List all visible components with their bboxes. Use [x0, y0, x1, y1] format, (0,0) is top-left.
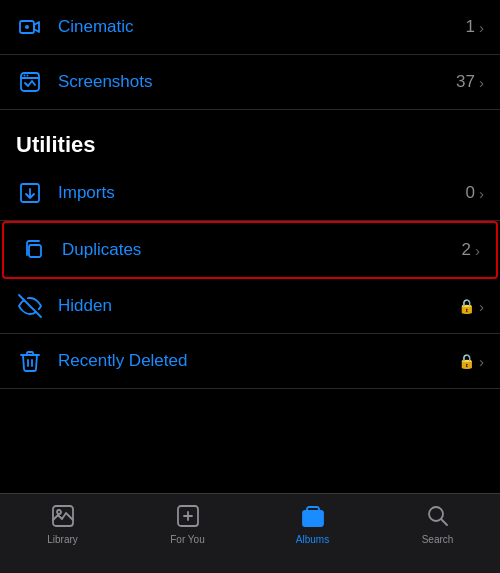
- list-item-imports[interactable]: Imports 0 ›: [0, 166, 500, 221]
- search-tab-icon: [424, 502, 452, 530]
- screenshots-chevron: ›: [479, 74, 484, 91]
- main-content: Cinematic 1 › Screenshots 37 › Utilities: [0, 0, 500, 493]
- svg-point-11: [186, 515, 189, 518]
- list-item-cinematic[interactable]: Cinematic 1 ›: [0, 0, 500, 55]
- screenshots-icon: [16, 68, 44, 96]
- tab-search[interactable]: Search: [375, 502, 500, 545]
- cinematic-icon: [16, 13, 44, 41]
- recently-deleted-chevron: ›: [479, 353, 484, 370]
- library-tab-icon: [49, 502, 77, 530]
- screenshots-label: Screenshots: [58, 72, 456, 92]
- trash-icon: [16, 347, 44, 375]
- svg-rect-13: [305, 513, 321, 524]
- utilities-section-header: Utilities: [0, 110, 500, 166]
- recently-deleted-lock-icon: 🔒: [458, 353, 475, 369]
- hidden-icon: [16, 292, 44, 320]
- list-item-recently-deleted[interactable]: Recently Deleted 🔒 ›: [0, 334, 500, 389]
- search-tab-label: Search: [422, 534, 454, 545]
- for-you-tab-icon: [174, 502, 202, 530]
- svg-point-9: [57, 510, 61, 514]
- tab-for-you[interactable]: For You: [125, 502, 250, 545]
- svg-point-1: [25, 25, 29, 29]
- svg-point-3: [24, 75, 26, 77]
- library-tab-label: Library: [47, 534, 78, 545]
- albums-tab-icon: [299, 502, 327, 530]
- list-item-hidden[interactable]: Hidden 🔒 ›: [0, 279, 500, 334]
- svg-point-4: [27, 75, 29, 77]
- svg-rect-6: [29, 245, 41, 257]
- svg-line-15: [441, 520, 447, 526]
- imports-count: 0: [466, 183, 475, 203]
- duplicates-count: 2: [462, 240, 471, 260]
- for-you-tab-label: For You: [170, 534, 204, 545]
- tab-library[interactable]: Library: [0, 502, 125, 545]
- utilities-title: Utilities: [16, 132, 95, 157]
- hidden-chevron: ›: [479, 298, 484, 315]
- tab-albums[interactable]: Albums: [250, 502, 375, 545]
- duplicates-label: Duplicates: [62, 240, 462, 260]
- hidden-label: Hidden: [58, 296, 458, 316]
- imports-chevron: ›: [479, 185, 484, 202]
- recently-deleted-label: Recently Deleted: [58, 351, 458, 371]
- duplicates-icon: [20, 236, 48, 264]
- hidden-lock-icon: 🔒: [458, 298, 475, 314]
- imports-label: Imports: [58, 183, 466, 203]
- tab-bar: Library For You Albums: [0, 493, 500, 573]
- duplicates-chevron: ›: [475, 242, 480, 259]
- list-item-duplicates[interactable]: Duplicates 2 ›: [2, 221, 498, 279]
- cinematic-count: 1: [466, 17, 475, 37]
- list-item-screenshots[interactable]: Screenshots 37 ›: [0, 55, 500, 110]
- screenshots-count: 37: [456, 72, 475, 92]
- imports-icon: [16, 179, 44, 207]
- cinematic-label: Cinematic: [58, 17, 466, 37]
- albums-tab-label: Albums: [296, 534, 329, 545]
- cinematic-chevron: ›: [479, 19, 484, 36]
